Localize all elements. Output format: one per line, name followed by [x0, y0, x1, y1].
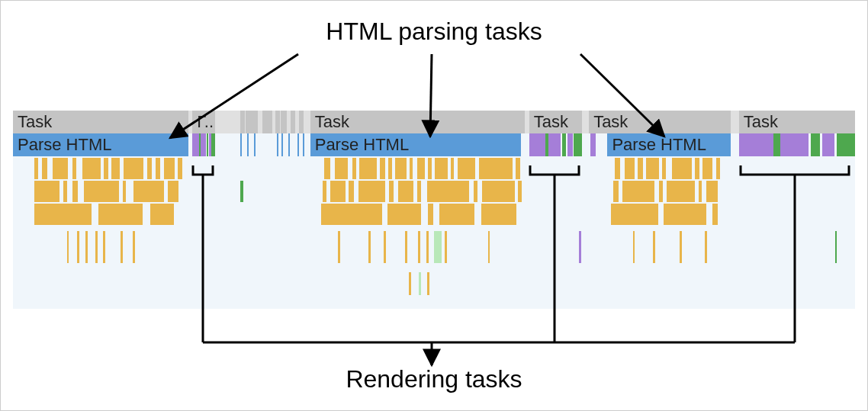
- flame-bar: [672, 158, 691, 179]
- flame-bar: [451, 158, 454, 179]
- flame-row: [13, 181, 855, 202]
- flame-bar: [419, 272, 421, 295]
- task-block: Γ...: [192, 111, 215, 133]
- flame-bar: [380, 158, 385, 179]
- render-stripe: [192, 133, 199, 156]
- render-stripe: [558, 133, 561, 156]
- flame-bar: [716, 158, 721, 179]
- flame-bar: [323, 181, 326, 202]
- task-block: [275, 111, 280, 133]
- render-stripe: [773, 133, 780, 156]
- flame-bar: [474, 181, 478, 202]
- flame-bar: [389, 181, 394, 202]
- flame-bar: [338, 231, 340, 263]
- flame-bar: [72, 158, 76, 179]
- flame-bar: [479, 158, 513, 179]
- render-cluster: [739, 133, 855, 156]
- task-block: [299, 111, 304, 133]
- flame-bar: [445, 231, 447, 263]
- render-stripe: [802, 133, 809, 156]
- flame-bar: [664, 204, 706, 225]
- flame-bar: [321, 204, 381, 225]
- flame-bar: [427, 272, 429, 295]
- flame-row: [13, 204, 855, 225]
- flame-bar: [104, 158, 108, 179]
- flame-bar: [667, 181, 696, 202]
- thin-activity-line: [288, 133, 290, 156]
- thin-activity-line: [297, 133, 299, 156]
- bottom-annotation-label: Rendering tasks: [1, 365, 867, 393]
- flame-bar: [124, 158, 143, 179]
- flame-bar: [387, 204, 421, 225]
- flame-bar: [147, 158, 153, 179]
- flame-bar: [613, 181, 619, 202]
- flame-bar: [34, 204, 92, 225]
- flame-bar: [409, 272, 411, 295]
- task-block-label: Task: [315, 112, 349, 131]
- flame-row: [13, 231, 855, 263]
- task-block: [291, 111, 295, 133]
- flame-bar: [428, 204, 433, 225]
- flame-bar: [458, 158, 475, 179]
- flame-bar: [98, 204, 143, 225]
- flame-bar: [72, 181, 78, 202]
- flame-bar: [82, 158, 101, 179]
- flame-bar: [518, 181, 521, 202]
- flame-bar: [324, 158, 330, 179]
- flame-bar: [168, 181, 178, 202]
- flame-bar: [42, 158, 48, 179]
- task-block: [281, 111, 287, 133]
- flame-bar: [164, 158, 175, 179]
- parse-html-label: Parse HTML: [315, 135, 409, 154]
- flame-bar: [712, 204, 718, 225]
- flame-bar: [67, 231, 69, 263]
- flame-bar: [359, 158, 377, 179]
- flame-bar: [178, 158, 182, 179]
- flame-bar: [121, 231, 123, 263]
- flame-bar: [633, 231, 635, 263]
- render-stripe: [209, 133, 211, 156]
- thin-activity-line: [240, 133, 242, 156]
- flame-bar: [579, 231, 581, 263]
- thin-activity-line: [277, 133, 278, 156]
- flame-bar: [123, 181, 126, 202]
- render-stripe: [574, 133, 582, 156]
- flame-bar: [368, 231, 371, 263]
- render-stripe: [211, 133, 215, 156]
- flame-bar: [434, 231, 442, 263]
- flame-bar: [133, 181, 164, 202]
- flame-bar: [516, 158, 520, 179]
- flame-bar: [77, 231, 79, 263]
- flame-bar: [695, 158, 699, 179]
- parse-html-block: Parse HTML: [13, 133, 188, 156]
- flame-row: [13, 158, 855, 179]
- task-block: [267, 111, 272, 133]
- flame-bar: [358, 181, 385, 202]
- parse-html-label: Parse HTML: [612, 135, 706, 154]
- small-purple-block: [590, 133, 596, 156]
- task-block-label: Γ...: [197, 112, 215, 131]
- flame-bar: [388, 158, 391, 179]
- flame-bar: [240, 181, 243, 202]
- performance-timeline: TaskΓ...TaskTaskTaskTask Parse HTMLParse…: [13, 111, 855, 309]
- flame-bar: [702, 158, 712, 179]
- flame-bar: [699, 181, 702, 202]
- flame-bar: [417, 158, 425, 179]
- flame-bar: [34, 181, 59, 202]
- flame-bar: [611, 204, 658, 225]
- flame-bar: [439, 204, 474, 225]
- render-stripe: [529, 133, 545, 156]
- render-stripe: [811, 133, 820, 156]
- flame-bar: [133, 231, 135, 263]
- flame-bar: [405, 231, 407, 263]
- top-annotation-label: HTML parsing tasks: [1, 18, 867, 46]
- flame-bar: [349, 181, 354, 202]
- render-stripe: [548, 133, 558, 156]
- flame-bar: [384, 231, 386, 263]
- flame-bar: [625, 158, 635, 179]
- flame-bar: [488, 231, 490, 263]
- task-block-label: Task: [593, 112, 628, 131]
- task-block: [246, 111, 259, 133]
- flame-bar: [352, 158, 357, 179]
- task-row: TaskΓ...TaskTaskTaskTask: [13, 111, 855, 133]
